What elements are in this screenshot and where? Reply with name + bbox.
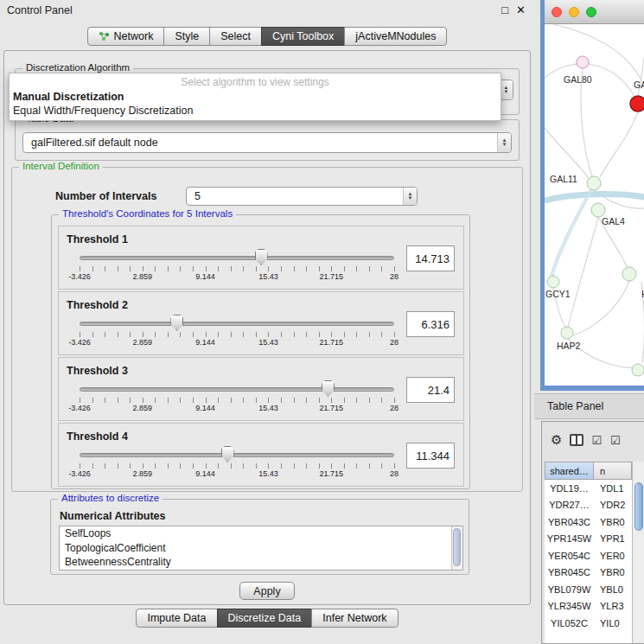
tab-cyni-toolbox[interactable]: Cyni Toolbox — [261, 27, 345, 46]
slider-thumb[interactable] — [255, 249, 268, 265]
arrow-down-icon: ▼ — [502, 143, 507, 147]
table-cell[interactable]: YBR043C — [545, 517, 594, 527]
tab-label: Network — [114, 30, 154, 42]
threshold-value-field[interactable]: 6.316 — [406, 311, 455, 337]
threshold-value-field[interactable]: 21.4 — [406, 377, 455, 403]
tab-label: Select — [220, 30, 251, 42]
tick-label: -3.426 — [68, 272, 91, 281]
table-cell[interactable]: YLR345W — [545, 601, 594, 611]
apply-button[interactable]: Apply — [239, 582, 295, 600]
network-node[interactable] — [632, 364, 644, 376]
scrollbar-thumb[interactable] — [453, 528, 461, 566]
table-row[interactable]: YDL19… YDL1 — [545, 480, 632, 497]
combo-stepper[interactable]: ▲ ▼ — [497, 133, 511, 152]
table-cell[interactable]: YER054C — [545, 551, 594, 561]
threshold-slider[interactable]: -3.426 2.859 9.144 15.43 21.715 28 — [80, 249, 394, 285]
table-cell[interactable]: YPR145W — [545, 533, 594, 544]
threshold-slider[interactable]: -3.426 2.859 9.144 15.43 21.715 28 — [80, 380, 394, 417]
num-intervals-combobox[interactable]: 5 ▲ ▼ — [186, 187, 418, 206]
tab-impute-data[interactable]: Impute Data — [136, 609, 217, 628]
columns-icon[interactable] — [570, 434, 583, 446]
attributes-list[interactable]: SelfLoops TopologicalCoefficient Between… — [59, 526, 463, 571]
table-row[interactable]: YDR27… YDR2 — [545, 497, 632, 514]
scrollbar-thumb[interactable] — [634, 482, 643, 531]
table-row[interactable]: YIL052C YIL0 — [545, 615, 632, 632]
float-window-icon[interactable]: □ — [501, 3, 508, 16]
tab-style[interactable]: Style — [163, 27, 210, 46]
table-cell[interactable]: YIL0 — [594, 618, 632, 628]
select-all-checkbox-icon[interactable]: ☑ — [591, 434, 603, 447]
table-data-combobox[interactable]: galFiltered.sif default node ▲ ▼ — [22, 132, 512, 153]
network-node-red[interactable] — [630, 96, 644, 112]
list-item[interactable]: SelfLoops — [60, 526, 462, 541]
list-item[interactable]: BetweennessCentrality — [60, 555, 462, 570]
network-node[interactable] — [587, 176, 601, 190]
dropdown-option-equal-width[interactable]: Equal Width/Frequency Discretization — [10, 104, 501, 118]
network-canvas[interactable]: GAL80 GA GAL11 GAL4 GCY1 H HAP2 — [545, 24, 644, 385]
list-scrollbar[interactable] — [451, 526, 462, 570]
network-node[interactable] — [622, 267, 636, 281]
table-cell[interactable]: YBL079W — [545, 584, 594, 595]
close-window-icon[interactable]: ✕ — [516, 3, 526, 16]
list-item[interactable]: TopologicalCoefficient — [60, 541, 462, 556]
table-row[interactable]: YBL079W YBL0 — [545, 581, 632, 598]
slider-track[interactable] — [80, 453, 394, 457]
combo-stepper[interactable]: ▲ ▼ — [403, 188, 417, 205]
threshold-slider[interactable]: -3.426 2.859 9.144 15.43 21.715 28 — [80, 446, 394, 482]
table-row[interactable]: YER054C YER0 — [545, 547, 632, 564]
slider-thumb[interactable] — [322, 380, 335, 397]
tab-select[interactable]: Select — [209, 27, 262, 46]
table-toolbar: ⚙ ☑ ☑ — [542, 422, 644, 458]
threshold-label: Threshold 4 — [67, 430, 128, 443]
table-scrollbar[interactable] — [632, 462, 644, 643]
close-button[interactable] — [552, 7, 562, 17]
tab-infer-network[interactable]: Infer Network — [311, 609, 398, 628]
table-cell[interactable]: YER0 — [594, 551, 632, 561]
column-header-shared-name[interactable]: shared… — [545, 462, 594, 480]
slider-track[interactable] — [80, 387, 394, 392]
network-node[interactable] — [591, 203, 605, 217]
tab-label: jActiveMNodules — [355, 30, 436, 42]
tab-discretize-data[interactable]: Discretize Data — [217, 609, 313, 628]
bottom-tab-bar: Impute Data Discretize Data Infer Networ… — [0, 609, 534, 628]
network-node[interactable] — [577, 56, 589, 68]
table-cell[interactable]: YDR27… — [545, 500, 594, 510]
table-cell[interactable]: YBR0 — [594, 567, 632, 577]
table-cell[interactable]: YDL1 — [594, 483, 632, 494]
threshold-slider[interactable]: -3.426 2.859 9.144 15.43 21.715 28 — [80, 315, 394, 351]
slider-track[interactable] — [80, 256, 394, 260]
dropdown-option-manual[interactable]: Manual Discretization — [10, 90, 501, 104]
gear-icon[interactable]: ⚙ — [551, 432, 562, 448]
control-panel: Control Panel □ ✕ Network Style Select — [0, 0, 534, 644]
minimize-button[interactable] — [569, 7, 579, 17]
slider-track[interactable] — [80, 322, 394, 326]
table-panel-title: Table Panel — [547, 400, 603, 412]
tab-network[interactable]: Network — [87, 27, 165, 46]
table-cell[interactable]: YDR2 — [594, 500, 632, 510]
threshold-value-field[interactable]: 14.713 — [406, 245, 455, 271]
table-cell[interactable]: YBR0 — [594, 517, 632, 527]
table-cell[interactable]: YBR045C — [545, 567, 594, 577]
zoom-button[interactable] — [586, 7, 596, 17]
threshold-label: Threshold 3 — [67, 365, 128, 377]
network-edge-thick — [552, 188, 592, 277]
column-header-name[interactable]: n — [594, 462, 632, 480]
table-row[interactable]: YPR145W YPR1 — [545, 531, 632, 548]
table-cell[interactable]: YDL19… — [545, 483, 594, 494]
threshold-value-field[interactable]: 11.344 — [406, 443, 455, 469]
tab-jactivemnodules[interactable]: jActiveMNodules — [344, 27, 447, 46]
network-node[interactable] — [561, 327, 573, 339]
table-row[interactable]: YLR345W YLR3 — [545, 598, 632, 615]
table-cell[interactable]: YPR1 — [594, 533, 632, 544]
table-cell[interactable]: YBL0 — [594, 584, 632, 595]
table-row[interactable]: YBR045C YBR0 — [545, 564, 632, 582]
checkbox-icon[interactable]: ☑ — [610, 434, 622, 447]
network-node[interactable] — [547, 276, 559, 288]
table-cell[interactable]: YLR3 — [594, 601, 632, 611]
slider-thumb[interactable] — [221, 446, 234, 462]
tick-label: -3.426 — [68, 338, 91, 347]
tick-label: 21.715 — [319, 404, 343, 412]
table-cell[interactable]: YIL052C — [545, 618, 594, 628]
slider-thumb[interactable] — [170, 315, 183, 331]
table-row[interactable]: YBR043C YBR0 — [545, 513, 632, 531]
